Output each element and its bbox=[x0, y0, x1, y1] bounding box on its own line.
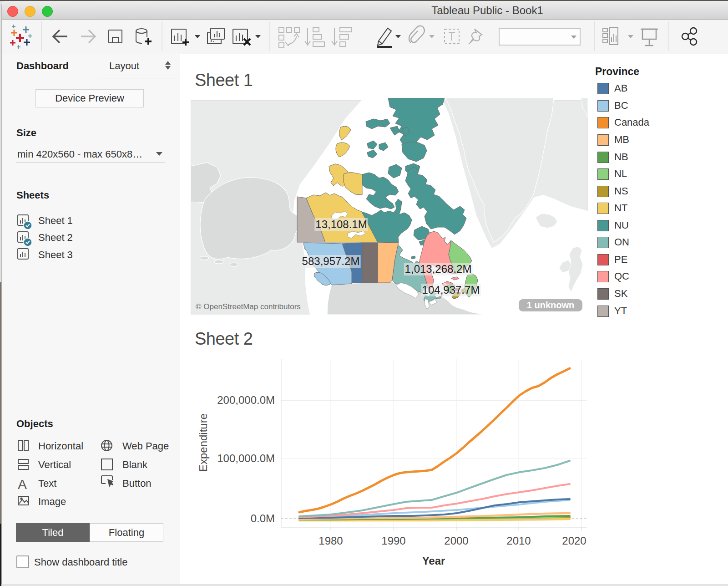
svg-text:A: A bbox=[18, 477, 27, 492]
svg-text:1 unknown: 1 unknown bbox=[527, 300, 574, 310]
svg-text:© OpenStreetMap contributors: © OpenStreetMap contributors bbox=[196, 302, 301, 311]
